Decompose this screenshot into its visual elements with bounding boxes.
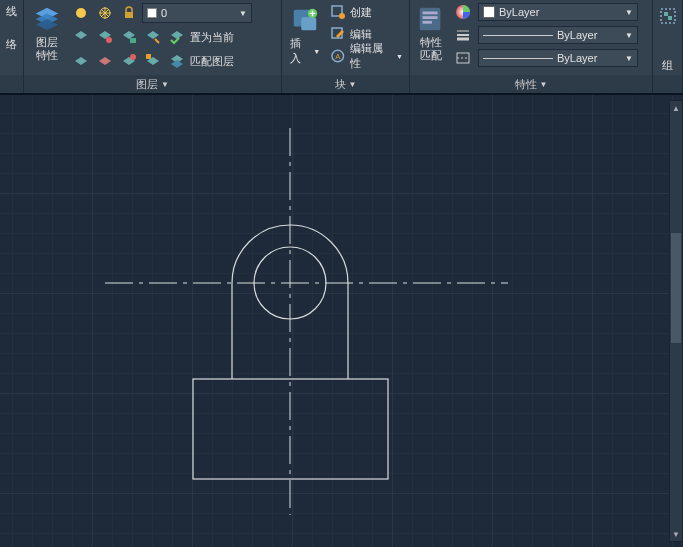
lines-panel-partial: 线 络 <box>0 0 24 93</box>
svg-marker-11 <box>147 31 159 39</box>
properties-button[interactable]: 特性 匹配 <box>414 2 448 73</box>
block-edit-label: 编辑 <box>350 27 372 42</box>
make-current-button[interactable]: 置为当前 <box>166 27 236 47</box>
layers-panel: 图层 特性 0 ▼ <box>24 0 282 93</box>
lines-sublabel: 络 <box>6 37 17 52</box>
make-current-label: 置为当前 <box>190 30 234 45</box>
layer-tool-1[interactable] <box>70 26 92 48</box>
chevron-down-icon: ▼ <box>625 8 633 17</box>
svg-marker-12 <box>171 31 183 39</box>
svg-rect-10 <box>130 38 136 43</box>
color-wheel-icon[interactable] <box>452 1 474 23</box>
color-swatch <box>483 6 495 18</box>
layer-tool-3[interactable] <box>118 26 140 48</box>
match-layer-button[interactable]: 匹配图层 <box>166 51 236 71</box>
layers-panel-title-text: 图层 <box>136 78 158 90</box>
properties-palette-icon <box>416 4 446 34</box>
attribute-icon: A <box>330 48 345 64</box>
svg-rect-22 <box>301 17 316 30</box>
properties-label: 特性 <box>420 36 442 48</box>
svg-point-3 <box>76 8 86 18</box>
lineweight-dropdown[interactable]: ByLayer ▼ <box>478 26 638 44</box>
linetype-dropdown[interactable]: ByLayer ▼ <box>478 49 638 67</box>
layer-tool-7[interactable] <box>118 50 140 72</box>
block-edit-attributes-button[interactable]: A 编辑属性 ▼ <box>328 46 405 66</box>
svg-marker-14 <box>99 57 111 65</box>
svg-rect-31 <box>423 16 438 19</box>
lineweight-icon[interactable] <box>452 24 474 46</box>
layer-color-swatch <box>147 8 157 18</box>
svg-point-25 <box>339 13 345 19</box>
chevron-down-icon: ▼ <box>349 80 357 89</box>
block-panel-title[interactable]: 块▼ <box>282 75 409 93</box>
layer-tool-2[interactable] <box>94 26 116 48</box>
svg-rect-30 <box>423 12 438 15</box>
layer-dropdown[interactable]: 0 ▼ <box>142 3 252 23</box>
match-layer-icon <box>168 52 186 70</box>
layer-properties-label: 图层 特性 <box>36 36 58 62</box>
linetype-sample <box>483 58 553 59</box>
insert-block-label: 插入 <box>290 36 311 66</box>
scroll-down-arrow[interactable]: ▼ <box>670 527 682 541</box>
svg-rect-5 <box>125 12 133 18</box>
svg-rect-32 <box>423 21 432 24</box>
lines-panel-title <box>0 75 23 93</box>
svg-rect-18 <box>146 54 151 59</box>
block-panel: 插入 ▼ 创建 编辑 A 编辑属性 ▼ <box>282 0 410 93</box>
svg-text:A: A <box>335 52 341 61</box>
scroll-thumb[interactable] <box>671 233 681 343</box>
scroll-up-arrow[interactable]: ▲ <box>670 101 682 115</box>
lineweight-value: ByLayer <box>557 29 597 41</box>
linetype-icon[interactable] <box>452 47 474 69</box>
layer-state-icon-1[interactable] <box>70 2 92 24</box>
insert-block-icon <box>290 4 320 34</box>
group-panel-partial: 组 <box>653 0 683 93</box>
chevron-down-icon: ▼ <box>396 53 403 60</box>
block-edit-attributes-label: 编辑属性 <box>350 41 392 71</box>
chevron-down-icon: ▼ <box>161 80 169 89</box>
chevron-down-icon: ▼ <box>625 54 633 63</box>
layer-lock-icon[interactable] <box>118 2 140 24</box>
svg-rect-36 <box>664 12 668 16</box>
properties-panel-title-text: 特性 <box>515 78 537 90</box>
match-layer-label: 匹配图层 <box>190 54 234 69</box>
make-current-icon <box>168 28 186 46</box>
layer-tool-4[interactable] <box>142 26 164 48</box>
group-label: 组 <box>662 58 673 73</box>
properties-panel-title[interactable]: 特性▼ <box>410 75 652 93</box>
block-create-label: 创建 <box>350 5 372 20</box>
linetype-value: ByLayer <box>557 52 597 64</box>
svg-rect-37 <box>668 16 672 20</box>
drawing-content <box>0 95 683 547</box>
layer-tool-6[interactable] <box>94 50 116 72</box>
chevron-down-icon: ▼ <box>540 80 548 89</box>
chevron-down-icon: ▼ <box>625 31 633 40</box>
layer-tool-5[interactable] <box>70 50 92 72</box>
group-icon[interactable] <box>658 6 678 26</box>
svg-marker-9 <box>123 31 135 39</box>
block-create-icon <box>330 4 346 20</box>
block-panel-title-text: 块 <box>335 78 346 90</box>
vertical-scrollbar[interactable]: ▲ ▼ <box>669 100 683 542</box>
chevron-down-icon: ▼ <box>313 48 320 55</box>
insert-block-button[interactable]: 插入 ▼ <box>286 2 324 73</box>
layer-tool-8[interactable] <box>142 50 164 72</box>
chevron-down-icon: ▼ <box>239 9 247 18</box>
block-create-button[interactable]: 创建 <box>328 2 405 22</box>
layer-properties-button[interactable]: 图层 特性 <box>28 2 66 73</box>
layer-freeze-icon[interactable] <box>94 2 116 24</box>
ribbon: 线 络 图层 特性 <box>0 0 683 95</box>
svg-point-8 <box>106 37 112 43</box>
color-dropdown[interactable]: ByLayer ▼ <box>478 3 638 21</box>
group-panel-title <box>653 75 682 93</box>
svg-marker-6 <box>75 31 87 39</box>
svg-point-16 <box>130 54 136 60</box>
block-edit-icon <box>330 26 346 42</box>
lines-label: 线 <box>6 4 17 19</box>
layers-panel-title[interactable]: 图层▼ <box>24 75 281 93</box>
color-value: ByLayer <box>499 6 539 18</box>
layers-stack-icon <box>32 4 62 34</box>
drawing-canvas[interactable]: ▲ ▼ <box>0 95 683 547</box>
svg-marker-13 <box>75 57 87 65</box>
properties-match-label: 匹配 <box>420 49 442 61</box>
